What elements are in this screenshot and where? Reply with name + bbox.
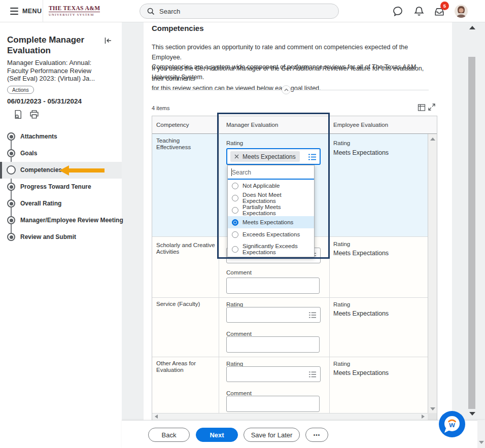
table-scroll-up-icon[interactable] [430, 137, 435, 141]
expand-table-icon[interactable] [428, 103, 436, 111]
table-column-divider [329, 116, 330, 413]
employee-rating-label: Rating [333, 301, 350, 307]
manager-rating-input[interactable] [226, 307, 321, 323]
pointer-arrow-icon [59, 165, 69, 176]
radio-icon [232, 231, 238, 238]
competencies-table: Competency Manager Evaluation Employee E… [152, 116, 437, 420]
step-complete-icon [7, 183, 15, 191]
step-complete-icon [7, 132, 15, 141]
menu-icon[interactable] [10, 8, 18, 15]
save-for-later-button[interactable]: Save for Later [244, 428, 300, 442]
step-current-icon [7, 165, 16, 175]
chevron-up-icon [284, 88, 289, 91]
sidebar-step-manager-employee-review-meeting[interactable]: Manager/Employee Review Meeting [0, 212, 122, 229]
avatar[interactable] [455, 5, 468, 18]
items-count: 4 items [152, 105, 169, 111]
rating-dropdown: Search Not Applicable Does Not Meet Expe… [227, 165, 315, 257]
texas-am-logo[interactable]: THE TEXAS A&M UNIVERSITY SYSTEM [49, 5, 100, 16]
content-scroll-down-icon[interactable] [469, 412, 475, 416]
manager-rating-input[interactable] [226, 366, 321, 382]
sidebar-step-attachments[interactable]: Attachments [0, 128, 122, 145]
comment-label: Comment [226, 269, 252, 275]
collapse-panel-icon[interactable] [104, 37, 112, 45]
workday-assistant-button[interactable]: w [438, 410, 466, 438]
inbox-badge: 5 [440, 2, 449, 10]
manager-comment-input[interactable] [226, 278, 320, 294]
next-button[interactable]: Next [196, 428, 238, 442]
search-input[interactable]: Search [140, 4, 339, 19]
remove-chip-icon[interactable] [234, 154, 239, 159]
print-icon[interactable] [29, 110, 39, 119]
sidebar-step-overall-rating[interactable]: Overall Rating [0, 195, 122, 212]
radio-icon [232, 207, 238, 214]
notifications-bell-icon[interactable] [414, 6, 424, 16]
step-complete-icon [7, 149, 15, 157]
table-scroll-down-icon[interactable] [430, 407, 435, 410]
task-title: Complete Manager Evaluation [7, 35, 98, 56]
prompt-list-icon[interactable] [308, 371, 317, 378]
manager-rating-input-open[interactable]: Meets Expectations [226, 148, 321, 165]
step-complete-icon [7, 216, 15, 224]
section-note: If you used the Get Additional Manager o… [152, 64, 436, 94]
manager-comment-input[interactable] [226, 396, 320, 412]
table-scroll-left-icon[interactable] [155, 415, 158, 419]
action-bar: Back Next Save for Later ••• [122, 420, 485, 448]
employee-rating-value: Meets Expectations [333, 310, 389, 317]
manager-comment-input[interactable] [226, 336, 320, 353]
table-row-divider [152, 357, 437, 357]
competency-name: Teaching Effectiveness [156, 137, 215, 151]
manager-rating-label: Rating [226, 140, 243, 146]
back-button[interactable]: Back [148, 428, 190, 442]
prompt-list-icon[interactable] [308, 312, 317, 319]
sidebar-step-progress-toward-tenure[interactable]: Progress Toward Tenure [0, 179, 122, 195]
table-scroll-right-icon[interactable] [422, 415, 425, 419]
dropdown-search-input[interactable]: Search [228, 165, 314, 180]
search-icon [147, 8, 155, 15]
employee-rating-value: Meets Expectations [333, 369, 389, 376]
table-header-row [152, 116, 437, 134]
column-header-employee-evaluation: Employee Evaluation [333, 116, 388, 134]
table-horizontal-scrollbar[interactable] [152, 413, 437, 420]
radio-icon [232, 246, 238, 253]
employee-rating-value: Meets Expectations [333, 149, 389, 156]
radio-icon [232, 195, 238, 201]
table-row-divider [152, 297, 437, 298]
rating-chip: Meets Expectations [230, 151, 300, 162]
option-partially-meets-expectations[interactable]: Partially Meets Expectations [228, 204, 314, 216]
option-meets-expectations-selected[interactable]: Meets Expectations [228, 216, 314, 228]
top-bar: MENU THE TEXAS A&M UNIVERSITY SYSTEM Sea… [0, 0, 485, 22]
content-scrollbar-thumb[interactable] [468, 57, 475, 409]
review-subtitle: Manager Evaluation: Annual: Faculty Perf… [7, 59, 107, 83]
table-column-divider [219, 116, 219, 413]
page-scroll-down-icon[interactable] [479, 441, 484, 444]
radio-icon [232, 183, 238, 189]
task-content-card: Competencies This section provides an op… [144, 22, 452, 420]
chat-icon[interactable] [393, 6, 403, 16]
option-exceeds-expectations[interactable]: Exceeds Expectations [228, 228, 314, 240]
table-vertical-scrollbar[interactable] [428, 134, 437, 413]
option-does-not-meet-expectations[interactable]: Does Not Meet Expectations [228, 192, 314, 204]
option-significantly-exceeds-expectations[interactable]: Significantly Exceeds Expectations [228, 240, 314, 258]
topbar-divider [43, 0, 43, 22]
step-complete-icon [7, 199, 15, 208]
employee-rating-label: Rating [333, 361, 350, 367]
review-period: 06/01/2023 - 05/31/2024 [7, 97, 82, 105]
column-header-manager-evaluation: Manager Evaluation [226, 116, 278, 134]
grid-view-icon[interactable] [418, 104, 426, 112]
competency-name: Service (Faculty) [156, 301, 215, 307]
prompt-list-icon[interactable] [308, 153, 317, 161]
more-actions-button[interactable]: ••• [305, 428, 328, 442]
competency-name: Scholarly and Creative Activities [156, 242, 215, 255]
option-not-applicable[interactable]: Not Applicable [228, 180, 314, 192]
collapse-section-button[interactable] [282, 85, 291, 94]
sidebar-step-goals[interactable]: Goals [0, 145, 122, 162]
competency-name: Other Areas for Evaluation [156, 360, 215, 373]
search-placeholder: Search [159, 8, 180, 15]
sidebar-step-review-and-submit[interactable]: Review and Submit [0, 229, 122, 246]
review-guide-icon[interactable] [13, 110, 23, 119]
actions-button[interactable]: Actions [7, 86, 34, 94]
menu-button[interactable]: MENU [22, 8, 42, 15]
content-scroll-up-icon[interactable] [469, 26, 475, 29]
section-title: Competencies [152, 24, 204, 32]
radio-selected-icon [232, 219, 238, 226]
